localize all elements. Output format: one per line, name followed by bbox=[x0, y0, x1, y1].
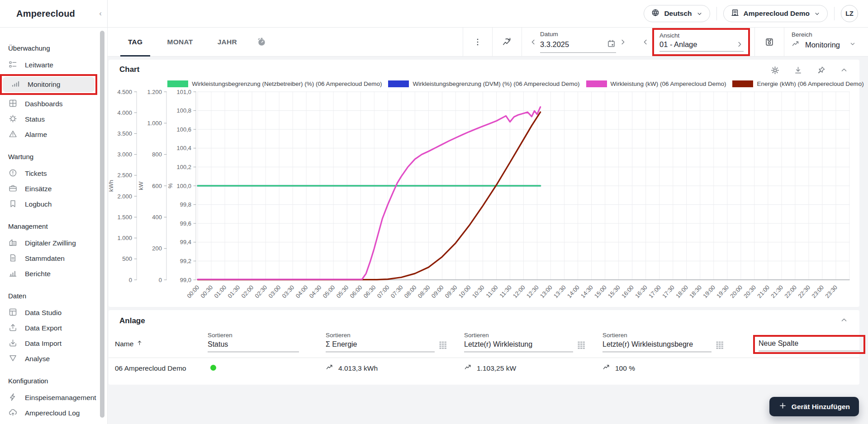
svg-text:100,0: 100,0 bbox=[176, 183, 191, 189]
column-grid-icon[interactable] bbox=[577, 340, 586, 351]
svg-text:17:00: 17:00 bbox=[647, 284, 662, 299]
svg-text:09:00: 09:00 bbox=[430, 284, 445, 299]
sidebar-section-title: Daten bbox=[0, 292, 107, 301]
sidebar-item-data-studio[interactable]: Data Studio bbox=[0, 305, 95, 320]
sidebar-item-alarme[interactable]: Alarme bbox=[0, 127, 95, 142]
sidebar-item-digitaler-zwilling[interactable]: Digitaler Zwilling bbox=[0, 236, 95, 251]
prev-date-button[interactable] bbox=[526, 38, 540, 46]
save-view-icon[interactable] bbox=[755, 37, 784, 47]
next-date-button[interactable] bbox=[616, 38, 630, 46]
sidebar-item-berichte[interactable]: Berichte bbox=[0, 266, 95, 282]
status-dot bbox=[210, 365, 216, 371]
tab-jahr[interactable]: JAHR bbox=[205, 28, 249, 57]
svg-text:05:00: 05:00 bbox=[322, 284, 337, 299]
svg-text:21:30: 21:30 bbox=[769, 284, 784, 299]
chevron-down-icon bbox=[814, 10, 821, 17]
kebab-menu-icon[interactable] bbox=[463, 37, 492, 47]
area-select[interactable]: Monitoring bbox=[792, 39, 856, 52]
column-grid-icon[interactable] bbox=[438, 340, 447, 351]
column-select[interactable]: Letzte(r) Wirkleistungsbegre bbox=[602, 340, 711, 352]
collapse-table-icon[interactable] bbox=[840, 316, 849, 326]
chart-panel: Chart Wirkleistungsbegrenzung (Netzbetre… bbox=[109, 60, 859, 307]
collapse-chart-icon[interactable] bbox=[840, 66, 849, 77]
legend-item[interactable]: Energie (kWh) (06 Amperecloud Demo) bbox=[732, 80, 863, 87]
plant-name: 06 Amperecloud Demo bbox=[115, 364, 208, 372]
sidebar-item-leitwarte[interactable]: Leitwarte bbox=[0, 57, 95, 73]
timer-icon[interactable] bbox=[249, 37, 274, 47]
sidebar-item-dashboards[interactable]: Dashboards bbox=[0, 96, 95, 112]
svg-text:18:30: 18:30 bbox=[688, 284, 703, 299]
column-header: SortierenΣ Energie bbox=[326, 332, 464, 352]
metric-value: 1.103,25 kW bbox=[464, 363, 602, 373]
column-select[interactable]: Letzte(r) Wirkleistung bbox=[464, 340, 573, 352]
sidebar-item-data-import[interactable]: Data Import bbox=[0, 336, 95, 351]
tab-monat[interactable]: MONAT bbox=[155, 28, 205, 57]
sidebar-item-label: Data Studio bbox=[25, 309, 62, 317]
svg-text:100,4: 100,4 bbox=[176, 145, 191, 151]
column-select[interactable]: Σ Energie bbox=[326, 340, 435, 352]
sidebar-item-stammdaten[interactable]: Stammdaten bbox=[0, 251, 95, 266]
language-selector[interactable]: Deutsch bbox=[644, 5, 710, 22]
sidebar-item-einspeisemanagement[interactable]: Einspeisemanagement bbox=[0, 390, 95, 405]
legend-item[interactable]: Wirkleistung (kW) (06 Amperecloud Demo) bbox=[586, 80, 726, 87]
sidebar-item-label: Logbuch bbox=[25, 200, 52, 208]
download-icon[interactable] bbox=[793, 66, 803, 77]
sidebar-collapse-icon[interactable]: ‹ bbox=[99, 9, 102, 18]
legend-item[interactable]: Wirkleistungsbegrenzung (Netzbetreiber) … bbox=[167, 80, 382, 87]
account-selector[interactable]: Amperecloud Demo bbox=[723, 5, 828, 22]
einsaetze-icon bbox=[8, 184, 18, 195]
svg-text:20:00: 20:00 bbox=[729, 284, 744, 299]
svg-text:02:00: 02:00 bbox=[240, 284, 255, 299]
legend-swatch bbox=[586, 80, 607, 87]
top-bar: Amperecloud ‹ Deutsch Amperecloud Demo L… bbox=[0, 0, 868, 28]
view-field[interactable]: 01 - Anlage bbox=[659, 40, 744, 52]
user-avatar[interactable]: LZ bbox=[841, 5, 858, 22]
column-header-name[interactable]: Name bbox=[115, 339, 208, 352]
sidebar-item-status[interactable]: Status bbox=[0, 112, 95, 127]
svg-text:06:00: 06:00 bbox=[349, 284, 364, 299]
table-title: Anlage bbox=[119, 316, 145, 325]
calendar-icon[interactable] bbox=[607, 39, 616, 50]
date-label: Datum bbox=[540, 31, 616, 38]
sidebar-item-einsaetze[interactable]: Einsätze bbox=[0, 181, 95, 197]
svg-text:99,4: 99,4 bbox=[180, 239, 191, 245]
prev-view-button[interactable] bbox=[639, 38, 652, 46]
sidebar-item-analyse[interactable]: Analyse bbox=[0, 351, 95, 367]
pin-icon[interactable] bbox=[816, 66, 826, 77]
area-label: Bereich bbox=[792, 31, 856, 38]
view-value: 01 - Anlage bbox=[659, 40, 697, 49]
svg-text:07:30: 07:30 bbox=[389, 284, 404, 299]
sidebar: ÜberwachungLeitwarteMonitoringDashboards… bbox=[0, 28, 108, 424]
sidebar-item-logbuch[interactable]: Logbuch bbox=[0, 197, 95, 212]
sidebar-item-data-export[interactable]: Data Export bbox=[0, 320, 95, 336]
next-view-button[interactable] bbox=[735, 40, 744, 48]
sidebar-item-ftp-datenlogger[interactable]: FTP-Datenlogger bbox=[0, 421, 95, 424]
settings-gear-icon[interactable] bbox=[770, 66, 780, 77]
sidebar-item-tickets[interactable]: Tickets bbox=[0, 166, 95, 181]
svg-text:03:30: 03:30 bbox=[280, 284, 295, 299]
svg-text:3.000: 3.000 bbox=[117, 151, 132, 158]
building-icon bbox=[730, 8, 740, 19]
legend-item[interactable]: Wirkleistungsbegrenzung (DVM) (%) (06 Am… bbox=[388, 80, 579, 87]
column-select[interactable]: Status bbox=[208, 340, 299, 352]
add-device-button[interactable]: Gerät Hinzufügen bbox=[769, 397, 859, 416]
sidebar-item-amperecloud-log[interactable]: Amperecloud Log bbox=[0, 405, 95, 421]
annotation-box-view: Ansicht 01 - Anlage bbox=[652, 28, 750, 56]
sidebar-item-monitoring[interactable]: Monitoring bbox=[3, 77, 95, 92]
svg-text:101,0: 101,0 bbox=[176, 89, 191, 95]
einspeisemanagement-icon bbox=[8, 392, 18, 404]
stammdaten-icon bbox=[8, 253, 18, 264]
sidebar-scrollbar[interactable] bbox=[100, 31, 104, 418]
column-grid-icon[interactable] bbox=[715, 340, 724, 351]
svg-text:100,8: 100,8 bbox=[176, 107, 191, 114]
top-bar-right: Deutsch Amperecloud Demo LZ bbox=[108, 0, 868, 27]
sidebar-section-title: Konfiguration bbox=[0, 377, 107, 386]
svg-text:05:30: 05:30 bbox=[335, 284, 350, 299]
amperecloud-log-icon bbox=[8, 408, 18, 419]
date-field[interactable]: 3.3.2025 bbox=[540, 39, 616, 53]
svg-text:19:00: 19:00 bbox=[702, 284, 716, 299]
tab-tag[interactable]: TAG bbox=[116, 28, 155, 57]
table-row[interactable]: 06 Amperecloud Demo4.013,3 kWh1.103,25 k… bbox=[109, 358, 859, 378]
new-column-field[interactable]: Neue Spalte bbox=[759, 339, 860, 351]
compare-chart-icon[interactable] bbox=[493, 37, 522, 47]
